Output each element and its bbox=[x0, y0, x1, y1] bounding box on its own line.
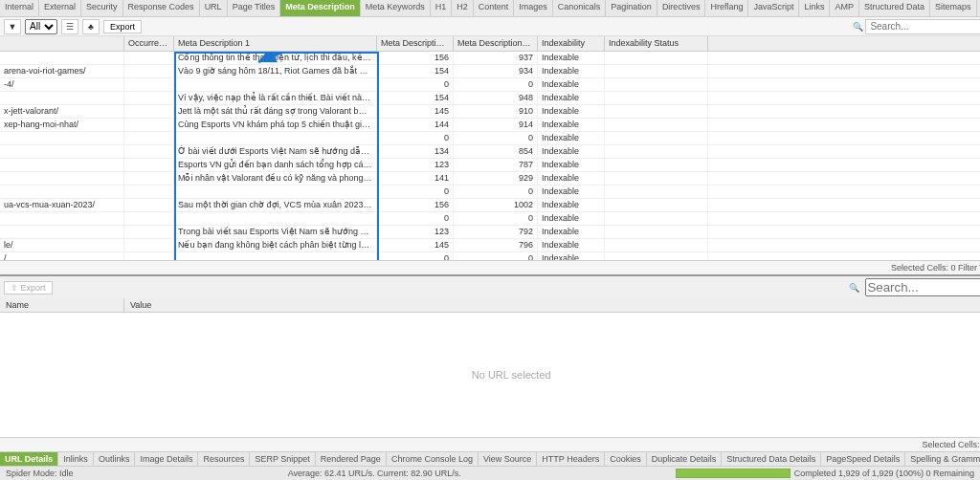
table-row[interactable]: 00Indexable bbox=[0, 132, 980, 145]
col-meta-desc[interactable]: Meta Description 1 bbox=[174, 36, 377, 51]
structure-icon[interactable]: ♣ bbox=[82, 19, 100, 34]
table-row[interactable]: Trong bài viết sau Esports Việt Nam sẽ h… bbox=[0, 226, 980, 239]
table-row[interactable]: Cổng thông tin thể thao điện tử, lịch th… bbox=[0, 52, 980, 65]
col-name[interactable]: Name bbox=[0, 298, 124, 312]
detail-pane: ⇧ Export 🔍 Name Value No URL selected Se… bbox=[0, 274, 980, 466]
tab-sitemaps[interactable]: Sitemaps bbox=[930, 0, 977, 16]
bottom-tab-outlinks[interactable]: Outlinks bbox=[94, 452, 136, 466]
tab-structured-data[interactable]: Structured Data bbox=[859, 0, 930, 16]
bottom-tab-rendered-page[interactable]: Rendered Page bbox=[316, 452, 387, 466]
grid-body[interactable]: Cổng thông tin thể thao điện tử, lịch th… bbox=[0, 52, 980, 260]
bottom-tab-url-details[interactable]: URL Details bbox=[0, 452, 58, 466]
col-pixel-width[interactable]: Meta Description 1 Pixel Width bbox=[454, 36, 538, 51]
bottom-tabs: URL DetailsInlinksOutlinksImage DetailsR… bbox=[0, 451, 980, 466]
tree-icon[interactable]: ☰ bbox=[61, 19, 78, 34]
cell-pw: 0 bbox=[454, 185, 538, 198]
cell-idx: Indexable bbox=[538, 212, 605, 225]
detail-export-button[interactable]: ⇧ Export bbox=[4, 281, 53, 295]
cell-len: 123 bbox=[377, 159, 454, 171]
tab-url[interactable]: URL bbox=[200, 0, 228, 16]
cell-idx: Indexable bbox=[538, 92, 605, 104]
tab-response-codes[interactable]: Response Codes bbox=[123, 0, 200, 16]
cell-url bbox=[0, 172, 124, 185]
table-row[interactable]: -4/00Indexable bbox=[0, 78, 980, 92]
col-occurrences[interactable]: Occurrences bbox=[124, 36, 174, 51]
export-button[interactable]: Export bbox=[103, 20, 142, 33]
table-row[interactable]: xep-hang-moi-nhat/Cùng Esports VN khám p… bbox=[0, 119, 980, 132]
cell-pw: 914 bbox=[454, 119, 538, 131]
tab-internal[interactable]: Internal bbox=[0, 0, 39, 16]
table-row[interactable]: Ở bài viết dưới Esports Việt Nam sẽ hướn… bbox=[0, 145, 980, 159]
cell-pw: 796 bbox=[454, 239, 538, 251]
cell-idxs bbox=[605, 132, 708, 144]
detail-search-input[interactable] bbox=[865, 278, 980, 296]
cell-occ bbox=[124, 65, 174, 77]
col-indexability-status[interactable]: Indexability Status bbox=[605, 36, 708, 51]
cell-len: 145 bbox=[377, 105, 454, 118]
table-row[interactable]: Ví vậy, việc nạp thẻ là rất cần thiết. B… bbox=[0, 92, 980, 105]
table-row[interactable]: le/Nếu bạn đang không biệt cách phân biệ… bbox=[0, 239, 980, 252]
cell-occ bbox=[124, 159, 174, 171]
cell-occ bbox=[124, 172, 174, 185]
tab-content[interactable]: Content bbox=[474, 0, 515, 16]
bottom-tab-serp-snippet[interactable]: SERP Snippet bbox=[250, 452, 315, 466]
bottom-tab-image-details[interactable]: Image Details bbox=[135, 452, 198, 466]
bottom-tab-inlinks[interactable]: Inlinks bbox=[58, 452, 94, 466]
filter-select[interactable]: All bbox=[25, 19, 57, 34]
bottom-tab-duplicate-details[interactable]: Duplicate Details bbox=[647, 452, 723, 466]
table-row[interactable]: Esports VN gửi đến bạn danh sách tổng hợ… bbox=[0, 159, 980, 172]
bottom-tab-structured-data-details[interactable]: Structured Data Details bbox=[722, 452, 821, 466]
tabs-left-wrap: InternalExternalSecurityResponse CodesUR… bbox=[0, 0, 980, 16]
bottom-tab-chrome-console-log[interactable]: Chrome Console Log bbox=[387, 452, 479, 466]
tab-h2[interactable]: H2 bbox=[452, 0, 474, 16]
tab-javascript[interactable]: JavaScript bbox=[748, 0, 799, 16]
tab-canonicals[interactable]: Canonicals bbox=[553, 0, 607, 16]
table-row[interactable]: 00Indexable bbox=[0, 212, 980, 226]
col-length[interactable]: Meta Description 1 Length bbox=[377, 36, 454, 51]
cell-idx: Indexable bbox=[538, 252, 605, 260]
tab-meta-description[interactable]: Meta Description bbox=[280, 0, 361, 16]
tab-images[interactable]: Images bbox=[514, 0, 553, 16]
table-row[interactable]: ua-vcs-mua-xuan-2023/Sau một thời gian c… bbox=[0, 199, 980, 212]
bottom-tab-cookies[interactable]: Cookies bbox=[605, 452, 647, 466]
cell-url bbox=[0, 52, 124, 64]
bottom-tab-pagespeed-details[interactable]: PageSpeed Details bbox=[821, 452, 905, 466]
tab-directives[interactable]: Directives bbox=[657, 0, 706, 16]
cell-idx: Indexable bbox=[538, 239, 605, 251]
table-row[interactable]: /00Indexable bbox=[0, 252, 980, 260]
cell-idxs bbox=[605, 199, 708, 211]
bottom-tab-resources[interactable]: Resources bbox=[198, 452, 250, 466]
col-url[interactable] bbox=[0, 36, 124, 51]
cell-idxs bbox=[605, 105, 708, 118]
cell-idxs bbox=[605, 172, 708, 185]
tab-meta-keywords[interactable]: Meta Keywords bbox=[361, 0, 431, 16]
table-row[interactable]: arena-voi-riot-games/Vào 9 giờ sáng hôm … bbox=[0, 65, 980, 78]
col-value[interactable]: Value bbox=[124, 298, 980, 312]
tab-pagination[interactable]: Pagination bbox=[606, 0, 657, 16]
cell-idx: Indexable bbox=[538, 52, 605, 64]
bottom-tab-view-source[interactable]: View Source bbox=[479, 452, 537, 466]
cell-len: 145 bbox=[377, 239, 454, 251]
tab-external[interactable]: External bbox=[39, 0, 81, 16]
search-input[interactable] bbox=[865, 19, 980, 34]
cell-occ bbox=[124, 105, 174, 118]
table-row[interactable]: 00Indexable bbox=[0, 185, 980, 199]
tab-pagespee[interactable]: PageSpee bbox=[977, 0, 980, 16]
tab-links[interactable]: Links bbox=[799, 0, 830, 16]
tab-h1[interactable]: H1 bbox=[431, 0, 453, 16]
cell-idx: Indexable bbox=[538, 105, 605, 118]
tab-hreflang[interactable]: Hreflang bbox=[705, 0, 748, 16]
bottom-tab-spelling-&-grammar-details[interactable]: Spelling & Grammar Details bbox=[905, 452, 980, 466]
table-row[interactable]: x-jett-valorant/Jett là một sát thủ rất … bbox=[0, 105, 980, 119]
crawl-rate: Average: 62.41 URL/s. Current: 82.90 URL… bbox=[288, 469, 461, 478]
left-pane: ▼ All ☰ ♣ Export 🔍 Occurrences Meta Desc… bbox=[0, 17, 980, 466]
col-indexability[interactable]: Indexability bbox=[538, 36, 605, 51]
bottom-tab-http-headers[interactable]: HTTP Headers bbox=[537, 452, 605, 466]
table-row[interactable]: Mỗi nhân vật Valorant đều có kỹ năng và … bbox=[0, 172, 980, 185]
cell-len: 156 bbox=[377, 52, 454, 64]
tab-amp[interactable]: AMP bbox=[830, 0, 859, 16]
cell-url bbox=[0, 159, 124, 171]
tab-security[interactable]: Security bbox=[81, 0, 123, 16]
tab-page-titles[interactable]: Page Titles bbox=[228, 0, 281, 16]
filter-icon[interactable]: ▼ bbox=[4, 19, 21, 34]
